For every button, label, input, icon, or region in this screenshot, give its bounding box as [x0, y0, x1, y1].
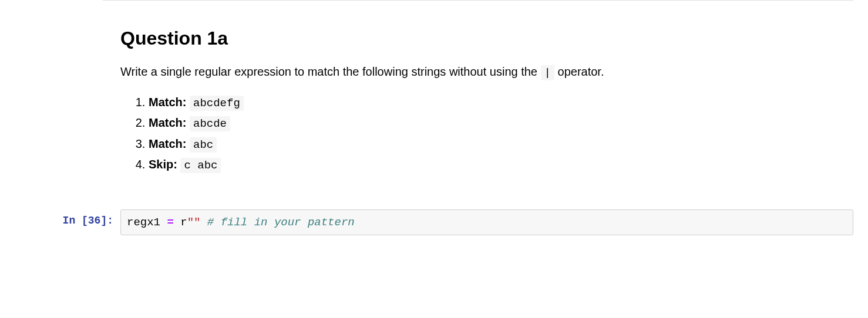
- code-comment: # fill in your pattern: [207, 216, 355, 229]
- list-item: Match: abcde: [149, 114, 853, 133]
- code-string-prefix: r: [180, 216, 187, 229]
- code-variable: regx1: [127, 216, 160, 229]
- code-operator: =: [167, 216, 173, 229]
- prompt-area-empty: [0, 6, 120, 189]
- input-prompt: In [36]:: [0, 209, 120, 236]
- notebook-container: Question 1a Write a single regular expre…: [0, 0, 868, 241]
- item-value: abcdefg: [190, 96, 244, 111]
- question-heading: Question 1a: [120, 24, 853, 52]
- markdown-cell: Question 1a Write a single regular expre…: [0, 1, 868, 195]
- item-label: Match:: [149, 137, 186, 150]
- item-label: Match:: [149, 116, 186, 129]
- instruction-text: Write a single regular expression to mat…: [120, 63, 853, 82]
- list-item: Skip: c abc: [149, 155, 853, 174]
- instruction-post: operator.: [554, 65, 604, 78]
- item-value: abc: [190, 137, 217, 153]
- item-value: abcde: [190, 116, 230, 131]
- item-label: Skip:: [149, 158, 177, 171]
- match-skip-list: Match: abcdefg Match: abcde Match: abc S…: [120, 93, 853, 174]
- markdown-content: Question 1a Write a single regular expre…: [120, 6, 868, 189]
- instruction-pre: Write a single regular expression to mat…: [120, 65, 541, 78]
- code-input-area[interactable]: regx1 = r"" # fill in your pattern: [120, 209, 853, 236]
- code-cell: In [36]: regx1 = r"" # fill in your patt…: [0, 195, 868, 242]
- code-content: regx1 = r"" # fill in your pattern: [120, 209, 868, 236]
- list-item: Match: abcdefg: [149, 93, 853, 112]
- code-string: "": [187, 216, 201, 229]
- prompt-label: In [36]:: [63, 215, 113, 226]
- item-value: c abc: [180, 158, 221, 173]
- item-label: Match:: [149, 96, 186, 109]
- pipe-operator-code: |: [541, 65, 554, 80]
- list-item: Match: abc: [149, 135, 853, 154]
